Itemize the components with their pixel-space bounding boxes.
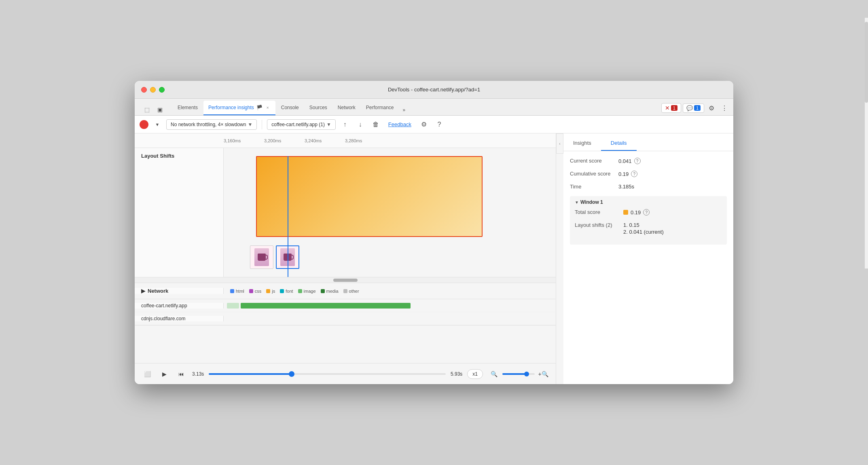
total-score-help-icon[interactable]: ?: [643, 209, 650, 216]
js-dot: [266, 289, 270, 293]
zoom-slider[interactable]: [502, 373, 535, 375]
zoom-in-icon[interactable]: +🔍: [537, 368, 549, 380]
tab-details[interactable]: Details: [601, 136, 637, 151]
upload-icon[interactable]: ↑: [339, 118, 351, 131]
media-dot: [321, 289, 325, 293]
network-label[interactable]: ▶ Network: [135, 288, 224, 294]
minimize-button[interactable]: [150, 87, 156, 93]
dropdown-arrow-icon[interactable]: ▼: [152, 119, 163, 130]
total-score-label: Total score: [575, 209, 623, 216]
legend-font: font: [280, 289, 293, 294]
record-button[interactable]: [140, 120, 148, 129]
settings2-icon[interactable]: ⚙: [418, 118, 430, 131]
content-area: Layout Shifts: [135, 148, 556, 363]
legend-css: css: [249, 289, 262, 294]
zoom-out-icon[interactable]: 🔍: [488, 368, 500, 380]
timeline-cursor: [288, 156, 288, 277]
left-panel: 3,160ms 3,200ms 3,240ms 3,280ms Layout S…: [135, 133, 556, 384]
devtools-icon-group: ⬚ ▣: [138, 104, 169, 115]
legend-other: other: [343, 289, 359, 294]
zoom-fill: [502, 373, 527, 375]
legend-media: media: [321, 289, 339, 294]
message-icon: 💬: [686, 105, 693, 111]
main-area: 3,160ms 3,200ms 3,240ms 3,280ms Layout S…: [135, 133, 733, 384]
network-collapse-arrow: ▶: [141, 288, 145, 294]
throttle-dropdown[interactable]: No network throttling, 4× slowdown ▼: [166, 119, 257, 130]
time-mark-0: 3,160ms: [224, 138, 264, 143]
cumulative-score-label: Cumulative score: [570, 171, 618, 177]
shift-orange-rect[interactable]: [256, 156, 483, 237]
tab-network[interactable]: Network: [333, 101, 360, 115]
time-end: 5.93s: [451, 371, 462, 377]
zoom-thumb: [524, 372, 529, 376]
error-count: 1: [671, 105, 677, 111]
progress-thumb: [289, 371, 294, 377]
page-dropdown[interactable]: coffee-cart.netlify.app (1) ▼: [267, 119, 336, 130]
total-score-value: 0.19 ?: [623, 209, 650, 216]
screenshot-icon[interactable]: ⬜: [141, 368, 153, 380]
toolbar-divider: [262, 120, 262, 129]
tab-right-controls: ✕ 1 💬 1 ⚙ ⋮: [661, 102, 730, 115]
panel-tabs: Insights Details: [563, 133, 733, 151]
tab-performance-insights[interactable]: Performance insights 🏴 ×: [203, 101, 275, 115]
settings-icon[interactable]: ⚙: [706, 102, 717, 114]
tab-sources[interactable]: Sources: [305, 101, 332, 115]
tab-close-icon[interactable]: ×: [265, 105, 271, 110]
play-button[interactable]: ▶: [158, 368, 170, 380]
thumbnail-1[interactable]: [250, 245, 273, 269]
speed-button[interactable]: x1: [467, 369, 483, 379]
panel-content: Current score 0.041 ? Cumulative score 0…: [563, 151, 733, 384]
tab-performance[interactable]: Performance: [361, 101, 399, 115]
current-score-help-icon[interactable]: ?: [634, 158, 641, 164]
feedback-link[interactable]: Feedback: [388, 121, 411, 127]
error-icon: ✕: [665, 105, 670, 111]
current-score-row: Current score 0.041 ?: [570, 158, 727, 164]
progress-fill: [209, 373, 292, 375]
progress-bar[interactable]: [209, 373, 446, 375]
message-count: 1: [694, 105, 701, 111]
entry-domain-1: cdnjs.cloudflare.com: [135, 316, 224, 321]
entry-load-bar-0: [241, 303, 411, 309]
window1-collapse-icon[interactable]: ▼: [575, 200, 579, 205]
delete-icon[interactable]: 🗑: [370, 118, 382, 131]
layout-shifts-count-label: Layout shifts (2): [575, 222, 623, 235]
cursor-icon[interactable]: ⬚: [141, 104, 152, 115]
entry-bar-container-0: [224, 303, 556, 309]
network-entries: coffee-cart.netlify.app cdnjs.cloudflare…: [135, 299, 556, 325]
horizontal-scrollbar[interactable]: [135, 277, 556, 283]
message-badge[interactable]: 💬 1: [683, 104, 704, 113]
tab-console[interactable]: Console: [276, 101, 304, 115]
skip-start-icon[interactable]: ⏮: [175, 368, 187, 380]
html-dot: [230, 289, 234, 293]
window1-section: ▼ Window 1 Total score 0.19 ? Layout shi…: [570, 196, 727, 245]
layout-shifts-label: Layout Shifts: [135, 148, 224, 277]
time-row: Time 3.185s: [570, 184, 727, 190]
tab-insights[interactable]: Insights: [563, 136, 601, 151]
flag-icon: 🏴: [256, 105, 263, 110]
error-badge[interactable]: ✕ 1: [661, 103, 681, 113]
maximize-button[interactable]: [159, 87, 165, 93]
total-score-row: Total score 0.19 ?: [575, 209, 722, 216]
titlebar: DevTools - coffee-cart.netlify.app/?ad=1: [135, 81, 733, 99]
network-entry-1[interactable]: cdnjs.cloudflare.com: [135, 312, 556, 325]
help-icon[interactable]: ?: [433, 118, 445, 131]
tab-elements[interactable]: Elements: [173, 101, 203, 115]
image-dot: [298, 289, 302, 293]
time-mark-2: 3,240ms: [305, 138, 345, 143]
other-dot: [343, 289, 347, 293]
download-icon[interactable]: ↓: [354, 118, 366, 131]
network-entry-0[interactable]: coffee-cart.netlify.app: [135, 299, 556, 312]
panel-collapse-button[interactable]: ‹: [556, 133, 563, 154]
traffic-lights: [141, 87, 165, 93]
cumulative-score-row: Cumulative score 0.19 ?: [570, 171, 727, 177]
layout-shifts-content[interactable]: [224, 148, 556, 277]
cumulative-score-help-icon[interactable]: ?: [631, 171, 637, 177]
devtools-window: DevTools - coffee-cart.netlify.app/?ad=1…: [135, 81, 733, 384]
close-button[interactable]: [141, 87, 147, 93]
more-tabs-button[interactable]: »: [400, 105, 409, 115]
page-arrow-icon: ▼: [326, 122, 331, 127]
more-options-icon[interactable]: ⋮: [719, 102, 730, 114]
legend-html: html: [230, 289, 244, 294]
device-icon[interactable]: ▣: [154, 104, 165, 115]
tabbar: ⬚ ▣ Elements Performance insights 🏴 × Co…: [135, 99, 733, 116]
